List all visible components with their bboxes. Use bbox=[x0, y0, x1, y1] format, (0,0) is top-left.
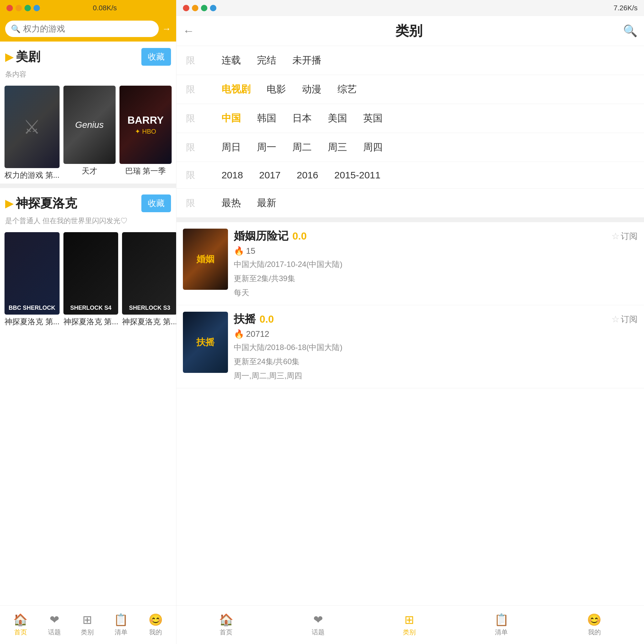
meiju-header: ▶ 美剧 收藏 bbox=[0, 42, 176, 68]
sherlock1-poster bbox=[5, 232, 60, 315]
got-title: 权力的游戏 第... bbox=[5, 170, 60, 180]
search-icon: 🔍 bbox=[11, 24, 21, 33]
card-barry[interactable]: 巴瑞 第一季 bbox=[119, 86, 172, 180]
sherlock3-poster bbox=[122, 232, 176, 315]
filter-option-tvshow[interactable]: 电视剧 bbox=[222, 81, 251, 97]
sherlock2-poster bbox=[63, 232, 118, 315]
filter-option-japan[interactable]: 日本 bbox=[292, 110, 312, 126]
left-nav-topic[interactable]: ❤ 话题 bbox=[48, 613, 61, 637]
filter-option-2018[interactable]: 2018 bbox=[222, 168, 243, 182]
barry-poster bbox=[119, 86, 172, 164]
fuyao-rating: 0.0 bbox=[260, 313, 274, 325]
category-label: 类别 bbox=[81, 628, 94, 637]
hunyin-poster-img bbox=[183, 229, 228, 290]
right-topic-icon: ❤ bbox=[313, 613, 323, 627]
filter-option-usa[interactable]: 美国 bbox=[328, 110, 347, 126]
filter-option-hot[interactable]: 最热 bbox=[222, 195, 241, 211]
right-category-label: 类别 bbox=[403, 628, 416, 637]
right-nav-list[interactable]: 📋 清单 bbox=[494, 613, 509, 637]
filter-option-lianbo[interactable]: 连载 bbox=[222, 52, 241, 68]
category-section: 限 连载 完结 未开播 限 电视剧 电影 动漫 综艺 限 中国 韩国 日本 美国 bbox=[176, 46, 644, 605]
right-speed: 7.26K/s bbox=[613, 4, 638, 12]
fuyao-title-row: 扶摇 0.0 ☆ 订阅 bbox=[234, 312, 638, 327]
right-topic-label: 话题 bbox=[312, 628, 325, 637]
filter-option-new[interactable]: 最新 bbox=[257, 195, 276, 211]
sherlock-collect-button[interactable]: 收藏 bbox=[141, 194, 171, 212]
fuyao-info: 扶摇 0.0 ☆ 订阅 🔥 20712 中国大陆/2018-06-18(中国大陆… bbox=[234, 312, 638, 382]
right-nav-home[interactable]: 🏠 首页 bbox=[219, 613, 233, 637]
filter-option-tue[interactable]: 周二 bbox=[292, 139, 312, 155]
filter-option-2017[interactable]: 2017 bbox=[259, 168, 281, 182]
filter-option-china[interactable]: 中国 bbox=[222, 110, 241, 126]
filter-option-weikaibo[interactable]: 未开播 bbox=[292, 52, 321, 68]
hunyin-meta2: 更新至2集/共39集 bbox=[234, 273, 638, 284]
filter-label-4: 限 bbox=[186, 169, 212, 181]
filter-label-3: 限 bbox=[186, 141, 212, 154]
search-input[interactable] bbox=[23, 24, 153, 34]
filter-option-korea[interactable]: 韩国 bbox=[257, 110, 276, 126]
card-got[interactable]: 权力的游戏 第... bbox=[5, 86, 60, 180]
filter-row-sort: 限 最热 最新 bbox=[176, 189, 644, 218]
meiju-subtitle: 条内容 bbox=[0, 68, 176, 82]
series-divider bbox=[176, 218, 644, 222]
left-nav-list[interactable]: 📋 清单 bbox=[114, 613, 128, 637]
left-nav-category[interactable]: ⊞ 类别 bbox=[81, 613, 94, 637]
left-nav-mine[interactable]: 😊 我的 bbox=[148, 613, 163, 637]
card-sherlock-2[interactable]: 神探夏洛克 第... bbox=[63, 232, 118, 327]
right-nav-mine[interactable]: 😊 我的 bbox=[587, 613, 601, 637]
search-input-wrapper[interactable]: 🔍 bbox=[5, 21, 159, 37]
series-item-hunyin[interactable]: 婚姻历险记 0.0 ☆ 订阅 🔥 15 中国大陆/2017-10-24(中国大陆… bbox=[176, 222, 644, 305]
filter-label-1: 限 bbox=[186, 83, 212, 96]
filter-option-anime[interactable]: 动漫 bbox=[302, 81, 321, 97]
fuyao-meta3: 周一,周二,周三,周四 bbox=[234, 370, 638, 382]
left-bottom-nav: 🏠 首页 ❤ 话题 ⊞ 类别 📋 清单 😊 我的 bbox=[0, 605, 176, 644]
right-panel: 7.26K/s ← 类别 🔍 限 连载 完结 未开播 限 电视剧 电影 动漫 综… bbox=[176, 0, 644, 644]
right-nav-topic[interactable]: ❤ 话题 bbox=[312, 613, 325, 637]
card-genius[interactable]: 天才 bbox=[63, 86, 116, 180]
filter-label-0: 限 bbox=[186, 54, 212, 67]
divider-1 bbox=[0, 184, 176, 188]
series-item-fuyao[interactable]: 扶摇 0.0 ☆ 订阅 🔥 20712 中国大陆/2018-06-18(中国大陆… bbox=[176, 305, 644, 388]
meiju-collect-button[interactable]: 收藏 bbox=[141, 48, 171, 66]
meiju-name: 美剧 bbox=[16, 49, 40, 65]
back-icon[interactable]: ← bbox=[183, 24, 194, 38]
meiju-title: ▶ 美剧 bbox=[5, 49, 40, 65]
hunyin-title-row: 婚姻历险记 0.0 ☆ 订阅 bbox=[234, 229, 638, 243]
fuyao-subscribe-btn[interactable]: ☆ 订阅 bbox=[611, 314, 638, 325]
hunyin-meta3: 每天 bbox=[234, 287, 638, 298]
card-sherlock-3[interactable]: 神探夏洛克 第... bbox=[122, 232, 176, 327]
filter-option-uk[interactable]: 英国 bbox=[363, 110, 383, 126]
filter-row-year: 限 2018 2017 2016 2015-2011 bbox=[176, 162, 644, 189]
series-list: 婚姻历险记 0.0 ☆ 订阅 🔥 15 中国大陆/2017-10-24(中国大陆… bbox=[176, 222, 644, 388]
left-panel: 0.08K/s 🔍 → ▶ 美剧 收藏 条内容 权力的游戏 第... 天才 bbox=[0, 0, 176, 644]
filter-label-2: 限 bbox=[186, 112, 212, 125]
search-submit-button[interactable]: → bbox=[162, 24, 171, 34]
filter-option-2015-2011[interactable]: 2015-2011 bbox=[334, 168, 380, 182]
filter-option-sun[interactable]: 周日 bbox=[222, 139, 241, 155]
right-dot-orange bbox=[192, 5, 198, 11]
right-category-icon: ⊞ bbox=[404, 613, 414, 627]
filter-option-movie[interactable]: 电影 bbox=[267, 81, 286, 97]
dot-blue bbox=[33, 5, 40, 11]
fire-icon-1: 🔥 bbox=[234, 246, 244, 256]
filter-option-wanjie[interactable]: 完结 bbox=[257, 52, 276, 68]
right-nav-category[interactable]: ⊞ 类别 bbox=[403, 613, 416, 637]
home-label: 首页 bbox=[14, 628, 27, 637]
card-sherlock-1[interactable]: 神探夏洛克 第... bbox=[5, 232, 60, 327]
filter-option-2016[interactable]: 2016 bbox=[297, 168, 318, 182]
filter-option-thu[interactable]: 周四 bbox=[363, 139, 383, 155]
left-nav-home[interactable]: 🏠 首页 bbox=[13, 613, 28, 637]
filter-option-mon[interactable]: 周一 bbox=[257, 139, 276, 155]
right-status-dots bbox=[183, 5, 216, 11]
topic-icon: ❤ bbox=[50, 613, 59, 627]
hunyin-subscribe-label: 订阅 bbox=[621, 231, 638, 242]
sherlock-title: ▶ 神探夏洛克 bbox=[5, 195, 77, 212]
right-search-icon[interactable]: 🔍 bbox=[623, 24, 638, 38]
list-icon: 📋 bbox=[114, 613, 128, 627]
dot-orange bbox=[15, 5, 22, 11]
fuyao-subscribe-label: 订阅 bbox=[621, 314, 638, 325]
filter-option-wed[interactable]: 周三 bbox=[328, 139, 347, 155]
filter-option-variety[interactable]: 综艺 bbox=[337, 81, 357, 97]
hunyin-subscribe-btn[interactable]: ☆ 订阅 bbox=[611, 231, 638, 242]
filter-row-type: 限 电视剧 电影 动漫 综艺 bbox=[176, 75, 644, 104]
